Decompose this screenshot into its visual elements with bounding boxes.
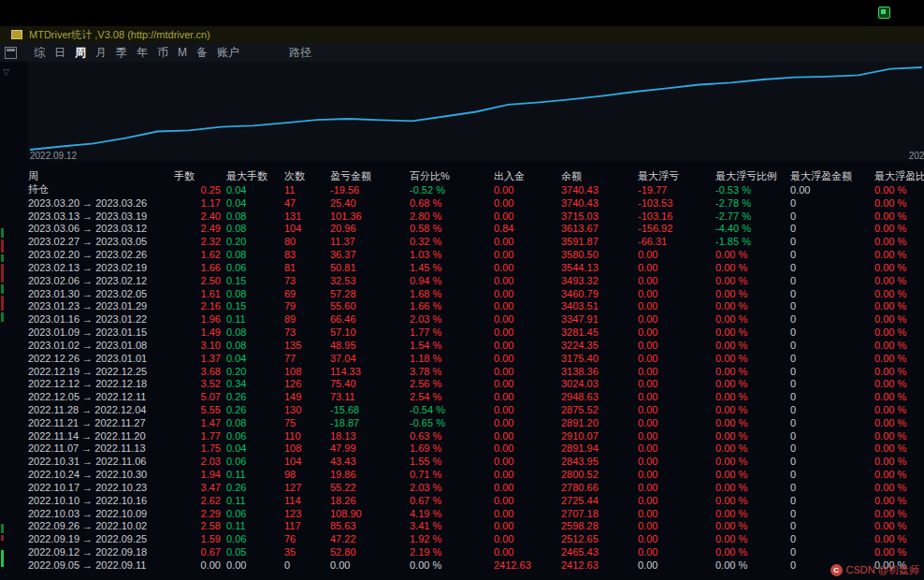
table-cell: 0 [790, 249, 874, 260]
table-cell: 3.78 % [410, 366, 486, 377]
table-row[interactable]: 2022.09.12 → 2022.09.180.670.053552.802.… [28, 545, 924, 558]
top-black-area [0, 0, 924, 26]
table-cell: 0.00 % [715, 508, 790, 519]
table-cell: 0.00 [636, 559, 715, 571]
table-row[interactable]: 2022.10.31 → 2022.11.062.030.0610443.431… [28, 455, 924, 468]
table-row[interactable]: 2022.09.05 → 2022.09.110.000.0000.000.00… [28, 558, 924, 572]
table-row[interactable]: 2022.11.21 → 2022.11.271.470.0875-18.87-… [28, 416, 924, 429]
menu-item-季[interactable]: 季 [116, 45, 127, 61]
window-grid-icon[interactable] [5, 47, 17, 59]
menu-item-币[interactable]: 币 [157, 45, 168, 61]
path-button[interactable]: 路径 [289, 45, 311, 61]
table-cell: -0.52 % [410, 184, 486, 196]
table-row[interactable]: 2023.02.27 → 2023.03.052.320.208011.370.… [28, 235, 924, 248]
table-row[interactable]: 持仓0.250.0411-19.56-0.52 %0.003740.43-19.… [28, 183, 924, 196]
table-cell: 0.00 % [715, 495, 790, 506]
table-cell: 2.19 % [410, 546, 486, 558]
mini-marker [1, 264, 4, 283]
table-cell: 89 [279, 313, 330, 325]
table-row[interactable]: 2023.01.16 → 2023.01.221.960.118966.462.… [28, 312, 924, 326]
table-row[interactable]: 2022.11.07 → 2022.11.131.750.0410847.991… [28, 442, 924, 456]
table-row[interactable]: 2022.10.10 → 2022.10.162.620.1111418.260… [28, 494, 924, 507]
table-cell: 0.00 [636, 340, 715, 351]
table-cell: 0.00 % [874, 456, 924, 467]
table-row[interactable]: 2022.12.05 → 2022.12.115.070.2614973.112… [28, 390, 924, 403]
table-cell: 81 [279, 262, 330, 273]
table-row[interactable]: 2022.09.26 → 2022.10.022.580.1111785.633… [28, 520, 924, 533]
table-cell: 2022.10.17 → 2022.10.23 [28, 482, 168, 493]
table-row[interactable]: 2023.03.13 → 2023.03.192.400.08131101.36… [28, 210, 924, 223]
menu-item-日[interactable]: 日 [54, 45, 65, 61]
axis-start-label: 2022.09.12 [30, 151, 77, 161]
table-cell: 3.68 [168, 366, 224, 377]
table-row[interactable]: 2023.02.20 → 2023.02.261.620.088336.371.… [28, 248, 924, 261]
table-cell: 0 [790, 469, 874, 480]
table-cell: 3.47 [168, 482, 224, 493]
table-cell: 0.00 [486, 520, 554, 531]
table-cell: 2.62 [168, 495, 224, 506]
menu-item-综[interactable]: 综 [34, 45, 45, 61]
menu-item-年[interactable]: 年 [137, 45, 148, 61]
table-cell: 2023.02.27 → 2023.03.05 [28, 236, 168, 247]
table-cell: 0.00 % [715, 353, 790, 364]
menu-item-月[interactable]: 月 [95, 45, 107, 61]
table-cell: 0.06 [224, 533, 279, 544]
table-cell: 1.55 % [410, 456, 486, 467]
menu-item-M[interactable]: M [178, 46, 187, 59]
table-cell: 127 [279, 482, 330, 493]
table-cell: 2022.11.21 → 2022.11.27 [28, 417, 168, 428]
table-cell: 2780.66 [554, 482, 636, 493]
table-cell: -2.78 % [715, 197, 790, 209]
column-header: 最大浮盈金额 [790, 169, 874, 183]
table-cell: 0 [279, 559, 330, 571]
table-cell: 0.08 [224, 326, 279, 338]
table-cell: -0.65 % [410, 417, 486, 428]
table-row[interactable]: 2023.01.23 → 2023.01.292.160.157955.601.… [28, 299, 924, 312]
table-cell: 0.06 [224, 262, 279, 273]
table-cell: 0.00 % [715, 275, 790, 286]
column-header: 最大手数 [224, 169, 279, 183]
down-triangle-icon[interactable]: ▽ [3, 67, 9, 77]
table-cell: 0.04 [224, 442, 279, 454]
table-cell: 0.00 [636, 469, 715, 480]
table-row[interactable]: 2022.10.03 → 2022.10.092.290.06123108.90… [28, 507, 924, 520]
table-cell: 0.00 [636, 326, 715, 338]
table-cell: 0.00 % [874, 366, 924, 377]
menu-item-账户[interactable]: 账户 [217, 45, 239, 61]
table-row[interactable]: 2022.11.14 → 2022.11.201.770.0611018.130… [28, 429, 924, 442]
table-cell: 110 [279, 430, 330, 442]
table-row[interactable]: 2022.12.12 → 2022.12.183.520.3412675.402… [28, 377, 924, 390]
table-cell: 85.63 [330, 520, 410, 531]
table-row[interactable]: 2022.12.19 → 2022.12.253.680.20108114.33… [28, 365, 924, 378]
table-cell: 3740.43 [554, 184, 636, 196]
table-cell: 2023.02.13 → 2023.02.19 [28, 262, 168, 273]
table-cell: 3493.32 [554, 275, 636, 286]
table-row[interactable]: 2023.01.30 → 2023.02.051.610.086957.281.… [28, 287, 924, 300]
table-cell: 0 [790, 275, 874, 286]
table-cell: 0.00 % [874, 417, 924, 428]
table-cell: 76 [279, 533, 330, 544]
table-cell: 0.00 [636, 288, 715, 299]
table-row[interactable]: 2023.01.09 → 2023.01.151.490.087357.101.… [28, 326, 924, 339]
table-row[interactable]: 2022.10.24 → 2022.10.301.940.119819.860.… [28, 468, 924, 481]
table-cell: 0.00 % [874, 404, 924, 415]
table-row[interactable]: 2022.10.17 → 2022.10.233.470.2612755.222… [28, 481, 924, 494]
table-row[interactable]: 2022.12.26 → 2023.01.011.370.047737.041.… [28, 352, 924, 365]
table-cell: 持仓 [28, 182, 168, 196]
table-row[interactable]: 2022.11.28 → 2022.12.045.550.26130-15.68… [28, 403, 924, 416]
table-cell: 0.00 [486, 288, 554, 299]
menu-item-周[interactable]: 周 [75, 45, 86, 61]
table-cell: 0.04 [224, 197, 279, 209]
mini-marker [1, 524, 4, 533]
tray-green-icon[interactable] [878, 7, 890, 19]
table-row[interactable]: 2022.09.19 → 2022.09.251.590.067647.221.… [28, 532, 924, 545]
table-row[interactable]: 2023.02.13 → 2023.02.191.660.068150.811.… [28, 261, 924, 274]
table-row[interactable]: 2023.03.20 → 2023.03.261.170.044725.400.… [28, 196, 924, 210]
table-row[interactable]: 2023.03.06 → 2023.03.122.490.0810420.960… [28, 222, 924, 235]
table-cell: 0.06 [224, 508, 279, 519]
table-cell: 0.00 % [715, 391, 790, 402]
table-row[interactable]: 2023.02.06 → 2023.02.122.500.157332.530.… [28, 274, 924, 287]
table-cell: 0 [790, 456, 874, 467]
menu-item-备[interactable]: 备 [196, 45, 208, 61]
table-row[interactable]: 2023.01.02 → 2023.01.083.100.0813548.951… [28, 339, 924, 352]
